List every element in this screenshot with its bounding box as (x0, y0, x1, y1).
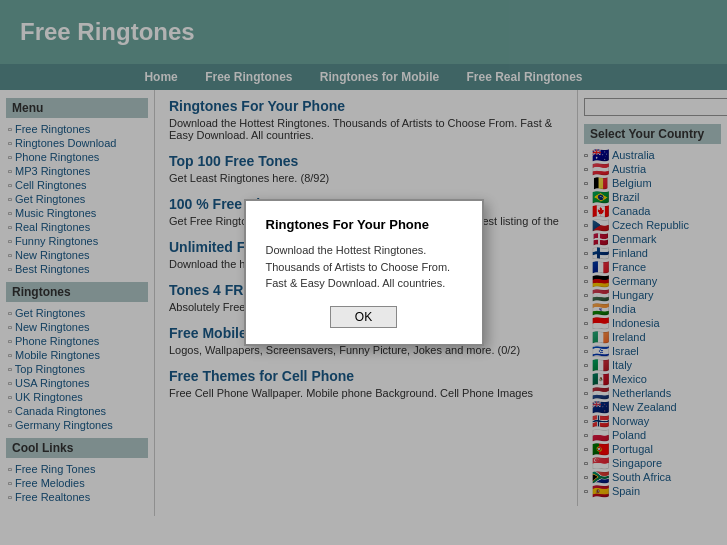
modal-overlay[interactable]: Ringtones For Your Phone Download the Ho… (0, 0, 727, 516)
modal-title: Ringtones For Your Phone (266, 217, 462, 232)
modal-dialog: Ringtones For Your Phone Download the Ho… (244, 199, 484, 346)
modal-ok-button[interactable]: OK (330, 306, 397, 328)
modal-body: Download the Hottest Ringtones. Thousand… (266, 242, 462, 292)
